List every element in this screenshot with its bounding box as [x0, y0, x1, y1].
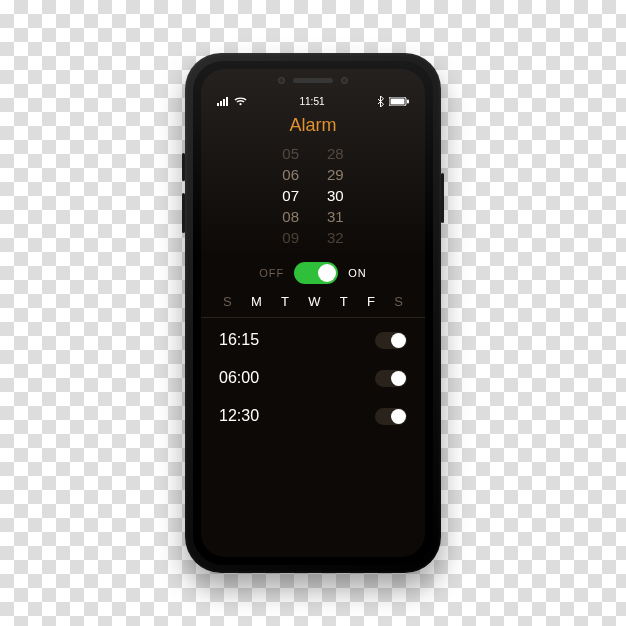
- hour-option[interactable]: 05: [282, 144, 299, 164]
- alarm-row-toggle[interactable]: [375, 332, 407, 349]
- bezel: 11:51 Alarm 05 06 07 08 09: [193, 61, 433, 565]
- proximity-sensor-icon: [341, 77, 348, 84]
- divider: [201, 317, 425, 318]
- minute-wheel[interactable]: 28 29 30 31 32: [327, 144, 344, 248]
- toggle-thumb-icon: [318, 264, 336, 282]
- alarm-list: 16:15 06:00 12:30: [201, 322, 425, 434]
- time-picker[interactable]: 05 06 07 08 09 28 29 30 31 32: [201, 144, 425, 254]
- volume-down-button[interactable]: [182, 193, 185, 233]
- battery-icon: [389, 97, 409, 106]
- minute-option[interactable]: 28: [327, 144, 344, 164]
- hour-option[interactable]: 06: [282, 165, 299, 185]
- minute-option-selected[interactable]: 30: [327, 186, 344, 206]
- toggle-thumb-icon: [391, 333, 406, 348]
- status-time: 11:51: [299, 96, 324, 107]
- day-sun[interactable]: S: [223, 294, 232, 309]
- alarm-time: 12:30: [219, 407, 259, 425]
- status-bar: 11:51: [201, 91, 425, 109]
- day-selector: S M T W T F S: [201, 290, 425, 315]
- day-sat[interactable]: S: [394, 294, 403, 309]
- on-label: ON: [348, 267, 367, 279]
- alarm-row-toggle[interactable]: [375, 370, 407, 387]
- power-button[interactable]: [441, 173, 444, 223]
- screen: 11:51 Alarm 05 06 07 08 09: [201, 69, 425, 557]
- wifi-icon: [234, 97, 247, 106]
- alarm-row[interactable]: 16:15: [219, 322, 407, 358]
- alarm-row[interactable]: 12:30: [219, 398, 407, 434]
- alarm-row[interactable]: 06:00: [219, 360, 407, 396]
- earpiece-speaker-icon: [293, 78, 333, 83]
- day-mon[interactable]: M: [251, 294, 262, 309]
- svg-rect-0: [217, 103, 219, 106]
- bluetooth-icon: [377, 96, 384, 107]
- minute-option[interactable]: 29: [327, 165, 344, 185]
- day-thu[interactable]: T: [340, 294, 348, 309]
- phone-frame: 11:51 Alarm 05 06 07 08 09: [185, 53, 441, 573]
- day-wed[interactable]: W: [308, 294, 320, 309]
- alarm-time: 16:15: [219, 331, 259, 349]
- off-label: OFF: [259, 267, 284, 279]
- svg-rect-3: [226, 97, 228, 106]
- hour-wheel[interactable]: 05 06 07 08 09: [282, 144, 299, 248]
- sensor-bar: [201, 69, 425, 91]
- hour-option[interactable]: 09: [282, 228, 299, 248]
- volume-up-button[interactable]: [182, 153, 185, 181]
- front-camera-icon: [278, 77, 285, 84]
- svg-point-4: [239, 103, 241, 105]
- page-title: Alarm: [201, 109, 425, 144]
- signal-icon: [217, 97, 229, 106]
- toggle-thumb-icon: [391, 409, 406, 424]
- svg-rect-7: [407, 99, 409, 103]
- alarm-time: 06:00: [219, 369, 259, 387]
- svg-rect-2: [223, 99, 225, 106]
- hour-option[interactable]: 08: [282, 207, 299, 227]
- alarm-row-toggle[interactable]: [375, 408, 407, 425]
- day-fri[interactable]: F: [367, 294, 375, 309]
- svg-rect-1: [220, 101, 222, 106]
- alarm-toggle[interactable]: [294, 262, 338, 284]
- hour-option-selected[interactable]: 07: [282, 186, 299, 206]
- day-tue[interactable]: T: [281, 294, 289, 309]
- toggle-thumb-icon: [391, 371, 406, 386]
- minute-option[interactable]: 32: [327, 228, 344, 248]
- alarm-on-off-row: OFF ON: [201, 254, 425, 290]
- svg-rect-6: [391, 98, 405, 104]
- minute-option[interactable]: 31: [327, 207, 344, 227]
